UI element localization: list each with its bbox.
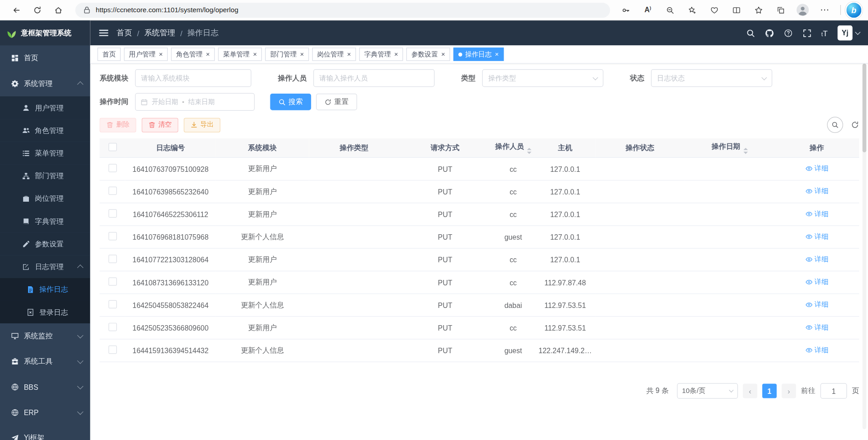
detail-link[interactable]: 详细 [805,187,828,196]
bing-discover-icon[interactable]: b [845,1,863,19]
tab-post[interactable]: 岗位管理× [312,47,356,61]
add-favorite-icon[interactable] [681,2,703,19]
close-icon[interactable]: × [300,50,304,58]
home-icon[interactable] [47,2,69,19]
split-screen-icon[interactable] [725,2,747,19]
search-icon[interactable] [746,28,755,38]
detail-link[interactable]: 详细 [805,232,828,241]
sidebar-item-param[interactable]: 参数设置 [0,232,90,255]
col-operator[interactable]: 操作人员 [491,138,535,157]
row-checkbox[interactable] [108,277,116,285]
select-all-checkbox[interactable] [108,143,116,151]
close-icon[interactable]: × [206,50,210,58]
sidebar-item-erp[interactable]: ERP [0,400,90,425]
sidebar-item-log[interactable]: 日志管理 [0,255,90,278]
prev-page-button[interactable]: ‹ [743,384,757,398]
detail-link[interactable]: 详细 [805,300,828,310]
tab-menu[interactable]: 菜单管理× [218,47,262,61]
sidebar-item-bbs[interactable]: BBS [0,374,90,400]
sidebar-item-dept[interactable]: 部门管理 [0,165,90,187]
help-icon[interactable] [783,28,793,38]
search-button[interactable]: 搜索 [270,94,311,110]
status-select[interactable]: 日志状态 [651,69,772,87]
close-icon[interactable]: × [159,50,163,58]
detail-link[interactable]: 详细 [805,164,828,173]
read-aloud-icon[interactable]: A) [637,2,659,19]
breadcrumb-item[interactable]: 首页 [117,28,132,38]
sidebar-item-loginlog[interactable]: 登录日志 [0,301,90,323]
next-page-button[interactable]: › [782,384,796,398]
close-icon[interactable]: × [495,50,499,58]
sidebar-item-role[interactable]: 角色管理 [0,119,90,142]
clear-button[interactable]: 清空 [142,118,178,132]
back-icon[interactable] [5,2,27,19]
zoom-out-icon[interactable] [659,2,681,19]
detail-link[interactable]: 详细 [805,209,828,219]
tab-operlog[interactable]: 操作日志× [453,47,504,61]
sidebar-item-home[interactable]: 首页 [0,45,90,71]
address-bar[interactable]: https://ccnetcore.com:1101/system/log/op… [75,3,610,18]
tab-home[interactable]: 首页 [98,47,121,61]
goto-page-input[interactable] [821,383,847,398]
row-checkbox[interactable] [108,164,116,172]
col-date[interactable]: 操作日期 [685,138,774,157]
sidebar-item-tool[interactable]: 系统工具 [0,349,90,374]
row-checkbox[interactable] [108,255,116,263]
password-key-icon[interactable] [614,2,637,19]
tab-param[interactable]: 参数设置× [406,47,450,61]
sidebar-item-dict[interactable]: 字典管理 [0,210,90,232]
sidebar-item-post[interactable]: 岗位管理 [0,187,90,210]
font-size-icon[interactable]: tT [821,28,828,38]
sidebar-item-operlog[interactable]: 操作日志 [0,278,90,301]
row-checkbox[interactable] [108,187,116,195]
user-avatar[interactable]: Yj [838,25,860,40]
profile-avatar-icon[interactable] [792,2,814,19]
operator-input[interactable] [313,69,434,87]
module-input[interactable] [135,69,251,87]
tab-dept[interactable]: 部门管理× [265,47,309,61]
sort-icon[interactable] [743,148,748,154]
refresh-icon[interactable] [27,2,48,19]
browser-essentials-icon[interactable] [703,2,725,19]
close-icon[interactable]: × [347,50,351,58]
scrollbar[interactable] [863,64,867,429]
date-range-picker[interactable]: 开始日期 - 结束日期 [135,93,255,111]
page-1-button[interactable]: 1 [762,384,777,398]
row-checkbox[interactable] [108,209,116,218]
github-icon[interactable] [765,28,774,38]
sidebar-item-monitor[interactable]: 系统监控 [0,323,90,349]
scrollbar-thumb[interactable] [863,64,867,152]
row-checkbox[interactable] [108,323,116,331]
tab-role[interactable]: 角色管理× [171,47,215,61]
type-select[interactable]: 操作类型 [482,69,604,87]
show-search-toggle-button[interactable] [827,117,843,133]
more-menu-icon[interactable]: ⋯ [814,2,836,19]
delete-button[interactable]: 删除 [99,118,136,132]
tab-dict[interactable]: 字典管理× [359,47,403,61]
tab-user[interactable]: 用户管理× [124,47,168,61]
row-checkbox[interactable] [108,300,116,308]
sidebar-item-user[interactable]: 用户管理 [0,96,90,119]
detail-link[interactable]: 详细 [805,255,828,264]
close-icon[interactable]: × [394,50,398,58]
page-size-select[interactable]: 10条/页 [677,383,738,398]
row-checkbox[interactable] [108,345,116,354]
sidebar-item-system[interactable]: 系统管理 [0,71,90,96]
export-button[interactable]: 导出 [184,118,221,132]
row-checkbox[interactable] [108,232,116,240]
detail-link[interactable]: 详细 [805,345,828,355]
sidebar-item-yi[interactable]: Yi框架 [0,425,90,440]
close-icon[interactable]: × [253,50,257,58]
close-icon[interactable]: × [441,50,445,58]
fullscreen-icon[interactable] [802,28,811,38]
hamburger-icon[interactable] [99,28,109,38]
breadcrumb-item[interactable]: 操作日志 [187,28,218,38]
refresh-table-button[interactable] [851,121,859,129]
collections-icon[interactable] [769,2,792,19]
detail-link[interactable]: 详细 [805,323,828,332]
breadcrumb-item[interactable]: 系统管理 [144,28,175,38]
favorites-icon[interactable] [747,2,769,19]
sort-icon[interactable] [527,148,531,154]
reset-button[interactable]: 重置 [316,94,357,110]
sidebar-item-menu[interactable]: 菜单管理 [0,142,90,164]
